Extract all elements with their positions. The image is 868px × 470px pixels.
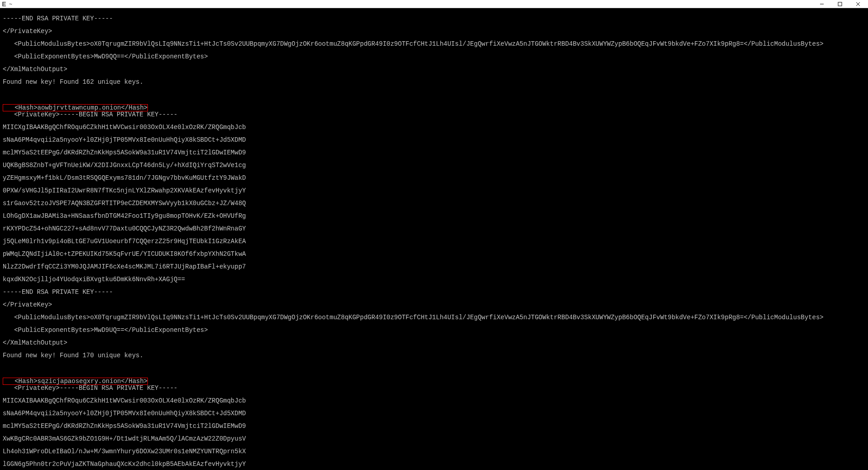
output-line: </XmlMatchOutput> <box>3 340 865 346</box>
output-line: 0PXW/sVHGJl5pIIRaI2UwrR8N7fTKc5njnLYXlZR… <box>3 187 865 194</box>
output-line: </XmlMatchOutput> <box>3 66 865 72</box>
output-line: <PublicExponentBytes>MwD9QQ==</PublicExp… <box>3 53 865 60</box>
terminal-output[interactable]: -----END RSA PRIVATE KEY----- </PrivateK… <box>0 8 868 470</box>
output-line: rKXYPDcZ54+ohNGC227+sAd8nvV77Daxtu0CQQCJ… <box>3 225 865 232</box>
output-line: NlzZ2DwdrIfqCCZi3YM0JQJAMJIF6cXe4scMKJML… <box>3 264 865 270</box>
window-controls <box>813 0 867 8</box>
output-line: </PrivateKey> <box>3 302 865 308</box>
output-line: s1rGaov52tzoJVSPE7AQN3BZGFRTITP9eCZDEMXM… <box>3 200 865 206</box>
output-line: pWMqLZQNdIjiAl0c+tZPEKUIKd75K5qFvrUE/YIC… <box>3 251 865 257</box>
blank-line <box>3 365 865 371</box>
output-line: MIICXgIBAAKBgQChfROqu6CZkhH1tWVCwsir003O… <box>3 124 865 130</box>
output-line: Found new key! Found 170 unique keys. <box>3 352 865 359</box>
minimize-button[interactable] <box>813 0 831 8</box>
output-line: lGGN6g5Phn0tr2cPuVjaZKTNaGphauQXcKx2dhcl… <box>3 461 865 467</box>
output-line: Lh4oh31WProDLeIBaOl/nJw+M/3wmnYhury6DOXw… <box>3 448 865 455</box>
output-line: <PublicExponentBytes>MwD9UQ==</PublicExp… <box>3 327 865 333</box>
output-line: LOhGgDX1awJBAMi3a+HNSaasfbnDTGM42Foo1TIy… <box>3 213 865 219</box>
output-line: <PrivateKey>-----BEGIN RSA PRIVATE KEY--… <box>3 385 865 391</box>
blank-line <box>3 91 865 98</box>
output-line: <PublicModulusBytes>oX0TqrugmZIR9bVlQsLI… <box>3 314 865 321</box>
app-icon: E <box>1 1 7 7</box>
window-titlebar: E ~ <box>0 0 868 8</box>
output-line: XwKBgCRc0ABR3mAS6GZk9bZO1G9H+/Dt1wdtjRLM… <box>3 436 865 442</box>
output-line: mclMY5aS2tEEPgG/dKRdRZhZnKkHps5ASokW9a31… <box>3 423 865 429</box>
output-line: kqxdKN2Ocjlljo4YUodqxiBXvgtku6DmKk6NnvRh… <box>3 276 865 283</box>
output-line: Found new key! Found 162 unique keys. <box>3 79 865 85</box>
output-line: sNaA6PM4qvqii2a5nyooY+l0ZHj0jTP05MVx8Ie0… <box>3 410 865 417</box>
output-line: </PrivateKey> <box>3 28 865 34</box>
output-line: MIICXAIBAAKBgQChfROqu6CZkhH1tWVCwsir003O… <box>3 398 865 404</box>
onion-hash-highlight: <Hash>aowbjrvttawncump.onion</Hash> <box>3 104 148 111</box>
output-line: <PrivateKey>-----BEGIN RSA PRIVATE KEY--… <box>3 111 865 118</box>
maximize-button[interactable] <box>831 0 849 8</box>
output-line: <PublicModulusBytes>oX0TqrugmZIR9bVlQsLI… <box>3 41 865 47</box>
output-line: UQKBgBS8ZnbT+gVFTnUeiKW/X2DIJGnxxLCpT46d… <box>3 162 865 168</box>
output-line: -----END RSA PRIVATE KEY----- <box>3 15 865 22</box>
close-button[interactable] <box>849 0 867 8</box>
output-line: j5QLeM0lrh1v9pi4oBLtGE7uGV1Uoeurbf7CQQer… <box>3 238 865 245</box>
output-line: sNaA6PM4qvqii2a5nyooY+l0ZHj0jTP05MVx8Ie0… <box>3 137 865 143</box>
output-line: -----END RSA PRIVATE KEY----- <box>3 289 865 295</box>
window-title: ~ <box>9 1 12 7</box>
output-line: mclMY5aS2tEEPgG/dKRdRZhZnKkHps5ASokW9a31… <box>3 149 865 156</box>
svg-rect-1 <box>838 2 842 6</box>
onion-hash-highlight: <Hash>sqzicjapaosegxry.onion</Hash> <box>3 378 148 385</box>
output-line: yZEHgmsxyM+f1bkL/Dsm3tRSQGQExyms781dn/7J… <box>3 175 865 181</box>
